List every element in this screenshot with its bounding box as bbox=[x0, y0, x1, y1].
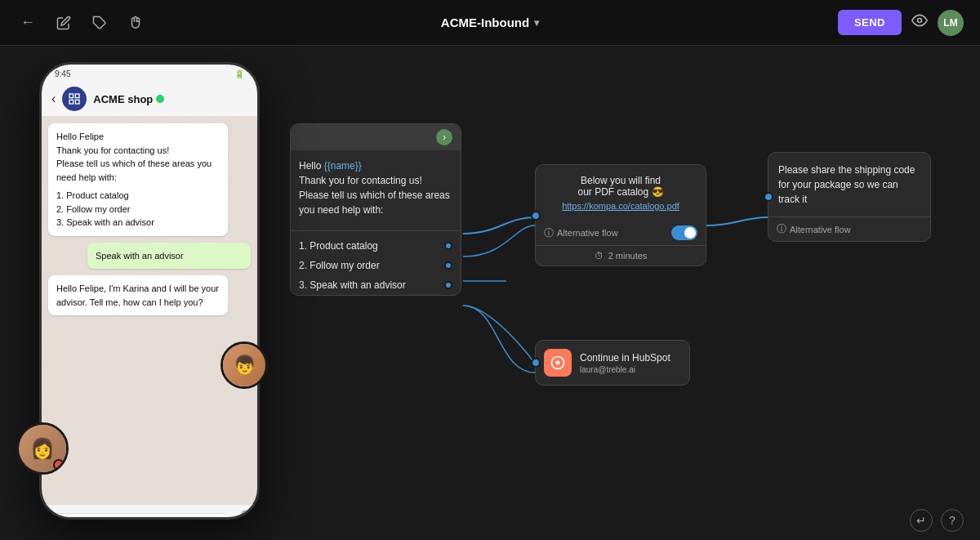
node-option-2[interactable]: 2. Follow my order bbox=[291, 256, 461, 275]
topbar-center: ACME-Inbound ▾ bbox=[441, 16, 539, 29]
hand-icon[interactable] bbox=[124, 11, 147, 34]
option-2-connector bbox=[444, 261, 452, 270]
svg-rect-5 bbox=[69, 100, 74, 104]
project-title: ACME-Inbound bbox=[441, 16, 529, 29]
phone-message-input[interactable] bbox=[50, 513, 228, 520]
phone-frame: 9:45 🔋 ‹ ACME shop bbox=[39, 62, 260, 520]
chat-bubble-sent-1: Speak with an advisor bbox=[87, 243, 251, 270]
svg-rect-4 bbox=[76, 100, 80, 104]
pdf-link[interactable]: https://kompa.co/catalogo.pdf bbox=[546, 201, 696, 211]
back-icon[interactable]: ← bbox=[16, 11, 39, 34]
node-option-1[interactable]: 1. Product catalog bbox=[291, 236, 461, 256]
node-hubspot-input bbox=[531, 358, 541, 368]
topbar-left: ← bbox=[16, 11, 147, 34]
advisor-avatar: 👦 bbox=[220, 341, 268, 389]
option-1-connector bbox=[444, 242, 452, 250]
phone-chat-body-wrapper: Hello Felipe Thank you for contacting us… bbox=[42, 117, 257, 520]
topbar: ← ACME-Inbound ▾ SEND LM bbox=[0, 0, 980, 46]
phone-input-bar: 🎤 bbox=[42, 504, 257, 520]
phone-time: 9:45 bbox=[55, 69, 70, 78]
svg-point-1 bbox=[918, 19, 922, 23]
contact-info: ACME shop bbox=[93, 93, 164, 105]
advisor-avatar-image: 👦 bbox=[223, 344, 265, 386]
help-icon[interactable]: ? bbox=[941, 509, 964, 532]
phone-chat-header: ‹ ACME shop bbox=[42, 82, 257, 117]
node-welcome-body: Hello {{name}} Thank you for contacting … bbox=[291, 150, 461, 225]
node-pdf-body: Below you will find our PDF catalog 😎 ht… bbox=[536, 165, 706, 221]
node-shipping: Please share the shipping code for your … bbox=[768, 152, 931, 242]
send-button[interactable]: SEND bbox=[838, 10, 902, 35]
bottom-bar: ↵ ? bbox=[910, 509, 964, 532]
clock-icon: ⏱ bbox=[595, 251, 604, 261]
return-icon[interactable]: ↵ bbox=[910, 509, 933, 532]
svg-point-6 bbox=[556, 361, 560, 365]
online-indicator bbox=[156, 95, 164, 103]
notification-dot bbox=[53, 459, 65, 471]
edit-icon[interactable] bbox=[52, 11, 75, 34]
shipping-alt-flow-label: ⓘ Alternative flow bbox=[777, 222, 922, 236]
node-expand-button[interactable]: › bbox=[436, 129, 452, 145]
hubspot-subtitle: laura@treble.ai bbox=[580, 365, 670, 374]
node-hubspot: Continue in HubSpot laura@treble.ai bbox=[535, 340, 690, 386]
chat-bubble-received-2: Hello Felipe, I'm Karina and I will be y… bbox=[48, 275, 228, 315]
alt-flow-label: ⓘ Alternative flow bbox=[544, 226, 618, 240]
info-icon-2: ⓘ bbox=[777, 222, 786, 236]
puzzle-icon[interactable] bbox=[88, 11, 111, 34]
node-pdf-input bbox=[531, 211, 541, 221]
node-option-3[interactable]: 3. Speak with an advisor bbox=[291, 275, 461, 295]
template-var: {{name}} bbox=[324, 160, 362, 172]
flow-canvas: 9:45 🔋 ‹ ACME shop bbox=[0, 46, 980, 540]
phone-battery-icon: 🔋 bbox=[234, 69, 244, 78]
node-welcome: › Hello {{name}} Thank you for contactin… bbox=[290, 123, 461, 296]
contact-name: ACME shop bbox=[93, 93, 164, 105]
user-avatar-overlay: 👩 bbox=[16, 422, 69, 475]
node-shipping-input bbox=[764, 192, 773, 202]
hubspot-title: Continue in HubSpot bbox=[580, 352, 670, 364]
option-3-connector bbox=[444, 281, 452, 289]
alt-flow-toggle[interactable] bbox=[671, 225, 697, 240]
node-pdf-catalog: Below you will find our PDF catalog 😎 ht… bbox=[535, 164, 706, 266]
chat-bubble-received-1: Hello Felipe Thank you for contacting us… bbox=[48, 123, 228, 236]
node-shipping-footer: ⓘ Alternative flow bbox=[768, 216, 930, 241]
node-hubspot-body: Continue in HubSpot laura@treble.ai bbox=[536, 341, 689, 385]
phone-mic-icon[interactable]: 🎤 bbox=[233, 510, 249, 520]
alt-flow-row: ⓘ Alternative flow bbox=[536, 221, 706, 245]
topbar-right: SEND LM bbox=[838, 10, 964, 36]
node-welcome-header: › bbox=[291, 124, 461, 150]
info-icon: ⓘ bbox=[544, 226, 554, 240]
phone-status-bar: 9:45 🔋 bbox=[42, 65, 257, 82]
user-avatar: LM bbox=[938, 10, 964, 36]
svg-rect-2 bbox=[69, 94, 74, 98]
contact-icon bbox=[62, 87, 87, 111]
node-shipping-body: Please share the shipping code for your … bbox=[768, 153, 930, 216]
preview-icon[interactable] bbox=[911, 12, 928, 33]
title-chevron-icon[interactable]: ▾ bbox=[534, 17, 539, 29]
phone-back-icon[interactable]: ‹ bbox=[51, 91, 56, 106]
hubspot-logo bbox=[544, 349, 572, 377]
svg-rect-3 bbox=[76, 94, 80, 98]
time-row: ⏱ 2 minutes bbox=[536, 245, 706, 266]
phone-mockup: 9:45 🔋 ‹ ACME shop bbox=[39, 62, 260, 520]
phone-chat-body: Hello Felipe Thank you for contacting us… bbox=[42, 117, 257, 504]
